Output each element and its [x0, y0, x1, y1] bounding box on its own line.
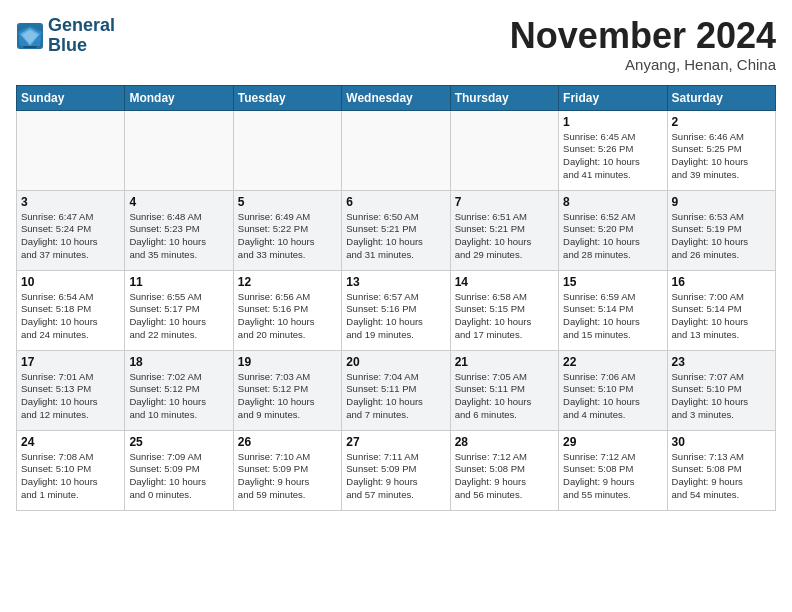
day-info: Sunrise: 7:08 AM Sunset: 5:10 PM Dayligh…: [21, 451, 120, 502]
calendar-cell: 22Sunrise: 7:06 AM Sunset: 5:10 PM Dayli…: [559, 350, 667, 430]
day-number: 11: [129, 275, 228, 289]
day-info: Sunrise: 7:03 AM Sunset: 5:12 PM Dayligh…: [238, 371, 337, 422]
calendar-cell: [342, 110, 450, 190]
day-info: Sunrise: 7:11 AM Sunset: 5:09 PM Dayligh…: [346, 451, 445, 502]
day-info: Sunrise: 7:06 AM Sunset: 5:10 PM Dayligh…: [563, 371, 662, 422]
day-info: Sunrise: 6:59 AM Sunset: 5:14 PM Dayligh…: [563, 291, 662, 342]
day-info: Sunrise: 6:57 AM Sunset: 5:16 PM Dayligh…: [346, 291, 445, 342]
logo-icon: [16, 22, 44, 50]
location: Anyang, Henan, China: [510, 56, 776, 73]
calendar-cell: 23Sunrise: 7:07 AM Sunset: 5:10 PM Dayli…: [667, 350, 775, 430]
calendar-cell: 2Sunrise: 6:46 AM Sunset: 5:25 PM Daylig…: [667, 110, 775, 190]
calendar-cell: 17Sunrise: 7:01 AM Sunset: 5:13 PM Dayli…: [17, 350, 125, 430]
day-info: Sunrise: 7:12 AM Sunset: 5:08 PM Dayligh…: [563, 451, 662, 502]
day-number: 16: [672, 275, 771, 289]
day-info: Sunrise: 7:00 AM Sunset: 5:14 PM Dayligh…: [672, 291, 771, 342]
day-info: Sunrise: 7:05 AM Sunset: 5:11 PM Dayligh…: [455, 371, 554, 422]
weekday-header: Tuesday: [233, 85, 341, 110]
day-number: 19: [238, 355, 337, 369]
calendar-cell: [450, 110, 558, 190]
calendar-cell: 25Sunrise: 7:09 AM Sunset: 5:09 PM Dayli…: [125, 430, 233, 510]
calendar-cell: 8Sunrise: 6:52 AM Sunset: 5:20 PM Daylig…: [559, 190, 667, 270]
day-info: Sunrise: 7:02 AM Sunset: 5:12 PM Dayligh…: [129, 371, 228, 422]
day-info: Sunrise: 7:12 AM Sunset: 5:08 PM Dayligh…: [455, 451, 554, 502]
day-info: Sunrise: 6:49 AM Sunset: 5:22 PM Dayligh…: [238, 211, 337, 262]
day-info: Sunrise: 6:46 AM Sunset: 5:25 PM Dayligh…: [672, 131, 771, 182]
day-info: Sunrise: 6:47 AM Sunset: 5:24 PM Dayligh…: [21, 211, 120, 262]
day-info: Sunrise: 7:07 AM Sunset: 5:10 PM Dayligh…: [672, 371, 771, 422]
day-number: 14: [455, 275, 554, 289]
day-info: Sunrise: 6:52 AM Sunset: 5:20 PM Dayligh…: [563, 211, 662, 262]
day-number: 24: [21, 435, 120, 449]
calendar-cell: 21Sunrise: 7:05 AM Sunset: 5:11 PM Dayli…: [450, 350, 558, 430]
calendar-cell: 11Sunrise: 6:55 AM Sunset: 5:17 PM Dayli…: [125, 270, 233, 350]
day-number: 2: [672, 115, 771, 129]
calendar-cell: 18Sunrise: 7:02 AM Sunset: 5:12 PM Dayli…: [125, 350, 233, 430]
day-number: 12: [238, 275, 337, 289]
calendar-cell: 4Sunrise: 6:48 AM Sunset: 5:23 PM Daylig…: [125, 190, 233, 270]
weekday-header: Wednesday: [342, 85, 450, 110]
day-number: 30: [672, 435, 771, 449]
day-info: Sunrise: 6:55 AM Sunset: 5:17 PM Dayligh…: [129, 291, 228, 342]
day-number: 15: [563, 275, 662, 289]
weekday-header: Friday: [559, 85, 667, 110]
day-info: Sunrise: 6:58 AM Sunset: 5:15 PM Dayligh…: [455, 291, 554, 342]
day-number: 28: [455, 435, 554, 449]
day-info: Sunrise: 7:01 AM Sunset: 5:13 PM Dayligh…: [21, 371, 120, 422]
calendar-cell: 12Sunrise: 6:56 AM Sunset: 5:16 PM Dayli…: [233, 270, 341, 350]
day-number: 4: [129, 195, 228, 209]
day-info: Sunrise: 6:54 AM Sunset: 5:18 PM Dayligh…: [21, 291, 120, 342]
day-info: Sunrise: 6:51 AM Sunset: 5:21 PM Dayligh…: [455, 211, 554, 262]
day-number: 10: [21, 275, 120, 289]
calendar-cell: 13Sunrise: 6:57 AM Sunset: 5:16 PM Dayli…: [342, 270, 450, 350]
day-info: Sunrise: 6:50 AM Sunset: 5:21 PM Dayligh…: [346, 211, 445, 262]
day-info: Sunrise: 7:04 AM Sunset: 5:11 PM Dayligh…: [346, 371, 445, 422]
day-number: 7: [455, 195, 554, 209]
weekday-header: Saturday: [667, 85, 775, 110]
day-number: 22: [563, 355, 662, 369]
day-info: Sunrise: 6:48 AM Sunset: 5:23 PM Dayligh…: [129, 211, 228, 262]
calendar-cell: 9Sunrise: 6:53 AM Sunset: 5:19 PM Daylig…: [667, 190, 775, 270]
weekday-header: Thursday: [450, 85, 558, 110]
day-info: Sunrise: 6:53 AM Sunset: 5:19 PM Dayligh…: [672, 211, 771, 262]
day-number: 6: [346, 195, 445, 209]
month-title: November 2024: [510, 16, 776, 56]
day-number: 17: [21, 355, 120, 369]
day-number: 23: [672, 355, 771, 369]
title-block: November 2024 Anyang, Henan, China: [510, 16, 776, 73]
calendar-cell: 10Sunrise: 6:54 AM Sunset: 5:18 PM Dayli…: [17, 270, 125, 350]
calendar-cell: 20Sunrise: 7:04 AM Sunset: 5:11 PM Dayli…: [342, 350, 450, 430]
day-info: Sunrise: 7:09 AM Sunset: 5:09 PM Dayligh…: [129, 451, 228, 502]
logo: General Blue: [16, 16, 115, 56]
calendar-cell: 6Sunrise: 6:50 AM Sunset: 5:21 PM Daylig…: [342, 190, 450, 270]
day-number: 8: [563, 195, 662, 209]
calendar-cell: 24Sunrise: 7:08 AM Sunset: 5:10 PM Dayli…: [17, 430, 125, 510]
day-info: Sunrise: 6:56 AM Sunset: 5:16 PM Dayligh…: [238, 291, 337, 342]
calendar-cell: 29Sunrise: 7:12 AM Sunset: 5:08 PM Dayli…: [559, 430, 667, 510]
day-info: Sunrise: 7:13 AM Sunset: 5:08 PM Dayligh…: [672, 451, 771, 502]
day-number: 25: [129, 435, 228, 449]
day-number: 21: [455, 355, 554, 369]
page-header: General Blue November 2024 Anyang, Henan…: [16, 16, 776, 73]
logo-text: General Blue: [48, 16, 115, 56]
day-number: 13: [346, 275, 445, 289]
day-number: 27: [346, 435, 445, 449]
day-number: 18: [129, 355, 228, 369]
calendar-cell: 1Sunrise: 6:45 AM Sunset: 5:26 PM Daylig…: [559, 110, 667, 190]
calendar-cell: 28Sunrise: 7:12 AM Sunset: 5:08 PM Dayli…: [450, 430, 558, 510]
day-number: 1: [563, 115, 662, 129]
weekday-header: Monday: [125, 85, 233, 110]
day-number: 20: [346, 355, 445, 369]
calendar-cell: 14Sunrise: 6:58 AM Sunset: 5:15 PM Dayli…: [450, 270, 558, 350]
day-number: 5: [238, 195, 337, 209]
calendar-cell: 19Sunrise: 7:03 AM Sunset: 5:12 PM Dayli…: [233, 350, 341, 430]
calendar-cell: 16Sunrise: 7:00 AM Sunset: 5:14 PM Dayli…: [667, 270, 775, 350]
calendar-cell: 3Sunrise: 6:47 AM Sunset: 5:24 PM Daylig…: [17, 190, 125, 270]
day-info: Sunrise: 6:45 AM Sunset: 5:26 PM Dayligh…: [563, 131, 662, 182]
calendar-table: SundayMondayTuesdayWednesdayThursdayFrid…: [16, 85, 776, 511]
day-number: 26: [238, 435, 337, 449]
day-number: 9: [672, 195, 771, 209]
day-info: Sunrise: 7:10 AM Sunset: 5:09 PM Dayligh…: [238, 451, 337, 502]
calendar-cell: 30Sunrise: 7:13 AM Sunset: 5:08 PM Dayli…: [667, 430, 775, 510]
calendar-cell: [125, 110, 233, 190]
